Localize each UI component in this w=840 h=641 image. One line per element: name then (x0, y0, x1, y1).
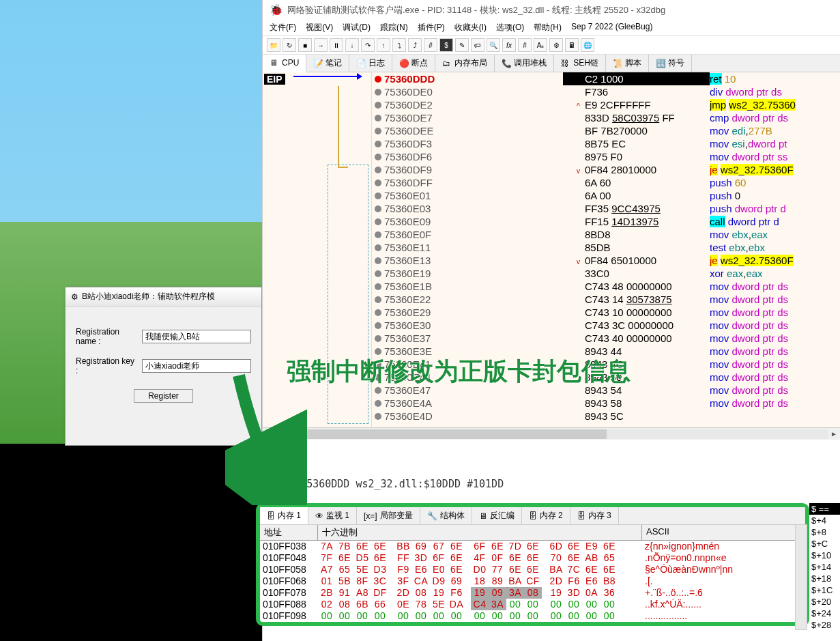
window-titlebar[interactable]: 🐞 网络验证辅助测试软件客户端.exe - PID: 31148 - 模块: w… (263, 0, 840, 20)
tab-符号[interactable]: 🔣符号 (649, 55, 692, 72)
stop-icon[interactable]: ■ (298, 38, 312, 52)
step-out-icon[interactable]: ↑ (377, 38, 390, 52)
settings-icon[interactable]: ⚙ (549, 38, 563, 52)
dump-row[interactable]: 010FF068015B8F3C3FCAD9691889BACF2DF6E6B8… (260, 575, 805, 587)
breakpoint-dot[interactable] (375, 270, 381, 277)
patch-icon[interactable]: $ (439, 38, 453, 52)
menu-7[interactable]: 帮助(H) (534, 22, 562, 33)
reg-name-input[interactable] (142, 330, 251, 343)
dump-row[interactable]: 010FF0387A7B6E6EBB69676E6F6E7D6E6D6EE96E… (260, 541, 805, 552)
fx-icon[interactable]: fx (502, 38, 516, 52)
scroll-thumb[interactable] (275, 429, 607, 439)
dump-row[interactable]: 010FF08802086B660E785EDAC43A000000000000… (260, 599, 805, 610)
menu-2[interactable]: 调试(D) (343, 22, 371, 33)
dump-hex: 7F6ED56EFF3D6F6E4F0F6E6E706EAB65 (318, 552, 642, 564)
tab-笔记[interactable]: 📝笔记 (306, 55, 349, 72)
tab-内存布局[interactable]: 🗂内存布局 (435, 55, 495, 72)
breakpoint-dot[interactable] (375, 180, 381, 186)
trace2-icon[interactable]: ⤴ (408, 38, 422, 52)
scroll-right-icon[interactable]: ► (828, 430, 840, 438)
menubar: 文件(F)视图(V)调试(D)跟踪(N)插件(P)收藏夹(I)选项(O)帮助(H… (263, 20, 840, 36)
dump-row[interactable]: 010FF0487F6ED56EFF3D6F6E4F0F6E6E706EAB65… (260, 552, 805, 564)
asm-instruction: ret 10 (710, 72, 840, 85)
breakpoint-dot[interactable] (375, 193, 381, 199)
stack-offset: $+C (809, 538, 840, 550)
breakpoint-dot[interactable] (375, 205, 381, 212)
breakpoint-dot[interactable] (375, 413, 381, 420)
vertical-scrollbar[interactable] (795, 524, 807, 630)
dump-tab-0[interactable]: 🗄内存 1 (260, 507, 308, 524)
search-icon[interactable]: 🔍 (487, 38, 500, 52)
refresh-icon[interactable]: ↻ (283, 38, 296, 52)
step-over-icon[interactable]: ↷ (361, 38, 375, 52)
breakpoint-dot[interactable] (375, 76, 381, 83)
dump-tab-2[interactable]: [x=]局部变量 (357, 507, 420, 524)
breakpoint-dot[interactable] (375, 400, 381, 407)
dump-header-hex: 十六进制 (318, 525, 642, 540)
globe-icon[interactable]: 🌐 (581, 38, 594, 52)
breakpoint-dot[interactable] (375, 89, 381, 96)
breakpoint-dot[interactable] (375, 296, 381, 303)
tab-脚本[interactable]: 📜脚本 (606, 55, 649, 72)
breakpoint-dot[interactable] (375, 257, 381, 264)
breakpoint-dot[interactable] (375, 115, 381, 122)
font-icon[interactable]: Aₐ (534, 38, 547, 52)
breakpoint-dot[interactable] (375, 348, 381, 355)
breakpoint-dot[interactable] (375, 167, 381, 173)
breakpoint-dot[interactable] (375, 335, 381, 342)
dump-tab-1[interactable]: 👁监视 1 (308, 507, 357, 524)
dump-tab-4[interactable]: 🖥反汇编 (472, 507, 522, 524)
dump-tab-3[interactable]: 🔧结构体 (420, 507, 472, 524)
bookmark-icon[interactable]: 🏷 (471, 38, 484, 52)
dump-hex: A7655ED3F9E6E06ED0776E6EBA7C6E6E (318, 564, 642, 575)
calc-icon[interactable]: 🖩 (565, 38, 579, 52)
tab-日志[interactable]: 📄日志 (349, 55, 392, 72)
dump-hex: 00000000000000000000000000000000 (318, 610, 642, 622)
tab-SEH链[interactable]: ⛓SEH链 (554, 55, 606, 72)
register-button[interactable]: Register (134, 389, 193, 403)
gear-icon: ⚙ (71, 292, 78, 302)
tab-断点[interactable]: 🔴断点 (392, 55, 435, 72)
hash-icon[interactable]: # (424, 38, 437, 52)
hash2-icon[interactable]: # (518, 38, 532, 52)
breakpoint-dot[interactable] (375, 141, 381, 147)
dump-row[interactable]: 010FF058A7655ED3F9E6E06ED0776E6EBA7C6E6E… (260, 564, 805, 575)
breakpoint-dot[interactable] (375, 231, 381, 238)
dump-tab-5[interactable]: 🗄内存 2 (522, 507, 570, 524)
breakpoint-dot[interactable] (375, 309, 381, 316)
breakpoint-dot[interactable] (375, 218, 381, 225)
menu-3[interactable]: 跟踪(N) (380, 22, 408, 33)
menu-1[interactable]: 视图(V) (306, 22, 333, 33)
breakpoint-dot[interactable] (375, 102, 381, 109)
tab-调用堆栈[interactable]: 📞调用堆栈 (495, 55, 554, 72)
tab-icon: 🔧 (427, 511, 437, 521)
step-into-icon[interactable]: ↓ (345, 38, 359, 52)
stack-offset: $+4 (809, 515, 840, 526)
pause-icon[interactable]: ⏸ (330, 38, 343, 52)
menu-5[interactable]: 收藏夹(I) (454, 22, 487, 33)
tab-icon: 🗂 (442, 59, 452, 68)
menu-6[interactable]: 选项(O) (496, 22, 524, 33)
breakpoint-dot[interactable] (375, 244, 381, 251)
reg-key-label: Registration key : (76, 356, 135, 375)
comment-icon[interactable]: ✎ (455, 38, 469, 52)
folder-icon[interactable]: 📁 (267, 38, 280, 52)
breakpoint-dot[interactable] (375, 322, 381, 329)
breakpoint-dot[interactable] (375, 154, 381, 160)
dump-row[interactable]: 010FF09800000000000000000000000000000000… (260, 610, 805, 622)
dump-tab-6[interactable]: 🗄内存 3 (570, 507, 619, 524)
breakpoint-dot[interactable] (375, 283, 381, 290)
bytes: C743 3C 00000000 (563, 319, 710, 332)
dialog-title: B站小迪xiaodi老师：辅助软件程序模 (82, 291, 215, 302)
tab-CPU[interactable]: 🖥CPU (263, 55, 306, 72)
menu-0[interactable]: 文件(F) (270, 22, 296, 33)
run-icon[interactable]: → (314, 38, 328, 52)
dump-row[interactable]: 010FF0782B91A8DF2D0819F619093A08193D0A36… (260, 587, 805, 599)
dialog-titlebar[interactable]: ⚙ B站小迪xiaodi老师：辅助软件程序模 (66, 287, 261, 307)
trace-icon[interactable]: ⤵ (392, 38, 406, 52)
breakpoint-dot[interactable] (375, 128, 381, 134)
menu-4[interactable]: 插件(P) (418, 22, 445, 33)
asm-instruction: cmp dword ptr ds (710, 111, 840, 124)
dump-rows[interactable]: 010FF0387A7B6E6EBB69676E6F6E7D6E6D6EE96E… (260, 541, 805, 622)
horizontal-scrollbar[interactable]: ◄ ► (263, 427, 840, 440)
